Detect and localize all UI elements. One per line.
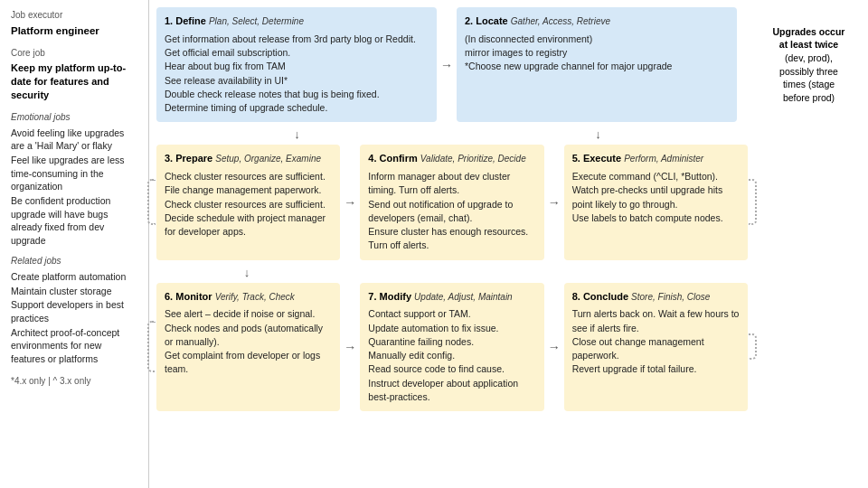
main-content: 1. Define Plan, Select, Determine Get in… xyxy=(149,0,868,488)
step-7-body: Contact support or TAM. Update automatio… xyxy=(368,307,535,404)
step-2-body: (In disconnected environment) mirror ima… xyxy=(465,33,729,74)
step-8-subtitle: Store, Finish, Close xyxy=(631,292,710,302)
job-executor-label: Job executor xyxy=(11,9,137,22)
step-6-num: 6. xyxy=(165,291,173,302)
related-item-4: Architect proof-of-concept environments … xyxy=(11,326,137,366)
spacer1 xyxy=(438,127,458,141)
step-3-subtitle: Setup, Organize, Examine xyxy=(215,154,321,164)
step-3-curve xyxy=(147,179,156,225)
step-6-body: See alert – decide if noise or signal. C… xyxy=(165,307,332,376)
step-8-num: 8. xyxy=(572,291,580,302)
step-7-verb: Modify xyxy=(380,291,411,302)
emotional-item-3: Be confident production upgrade will hav… xyxy=(11,194,137,248)
related-item-2: Maintain cluster storage xyxy=(11,285,137,298)
step-8-verb: Conclude xyxy=(583,291,628,302)
step-2-num: 2. xyxy=(465,15,473,26)
step-5-title: 5. Execute Perform, Administer xyxy=(572,152,740,166)
step-5-curve xyxy=(749,179,757,225)
step-1-card: 1. Define Plan, Select, Determine Get in… xyxy=(156,7,437,122)
footnote: *4.x only | ^ 3.x only xyxy=(11,375,137,388)
step-7-card: 7. Modify Update, Adjust, Maintain Conta… xyxy=(360,283,543,411)
step-1-subtitle: Plan, Select, Determine xyxy=(209,16,304,26)
step-6-card: 6. Monitor Verify, Track, Check See aler… xyxy=(156,283,340,411)
step-2-title: 2. Locate Gather, Access, Retrieve xyxy=(465,14,729,29)
emotional-item-1: Avoid feeling like upgrades are a 'Hail … xyxy=(11,127,137,153)
job-executor-name: Platform engineer xyxy=(11,23,137,38)
step-7-num: 7. xyxy=(368,291,376,302)
down-arrows-1: ↓ ↓ xyxy=(156,127,861,141)
spacer-note2 xyxy=(757,283,861,411)
row-1: 1. Define Plan, Select, Determine Get in… xyxy=(156,7,861,122)
step-3-title: 3. Prepare Setup, Organize, Examine xyxy=(165,152,332,166)
emotional-jobs-label: Emotional jobs xyxy=(11,111,137,124)
step-6-subtitle: Verify, Track, Check xyxy=(215,292,295,302)
step-8-body: Turn alerts back on. Wait a few hours to… xyxy=(572,307,740,376)
step-6-curve xyxy=(147,321,156,372)
step-8-dot xyxy=(749,333,757,360)
step-5-verb: Execute xyxy=(583,153,621,164)
spacer5 xyxy=(538,266,558,279)
related-jobs-label: Related jobs xyxy=(11,255,137,267)
step-4-num: 4. xyxy=(368,153,376,164)
core-job-title: Keep my platform up-to-date for features… xyxy=(11,61,137,102)
step-7-title: 7. Modify Update, Adjust, Maintain xyxy=(368,290,535,305)
step-2-card: 2. Locate Gather, Access, Retrieve (In d… xyxy=(457,7,737,122)
step-6-verb: Monitor xyxy=(175,291,212,302)
step-3-num: 3. xyxy=(165,153,173,164)
step-4-card: 4. Confirm Validate, Prioritize, Decide … xyxy=(360,145,543,259)
spacer-arrow-right xyxy=(737,7,757,122)
down-arrow-col2: ↓ xyxy=(458,127,739,141)
step-6-title: 6. Monitor Verify, Track, Check xyxy=(165,290,332,305)
related-item-3: Support developers in best practices xyxy=(11,298,137,324)
spacer6 xyxy=(558,266,739,279)
spacer-note xyxy=(757,145,861,259)
step-4-body: Inform manager about dev cluster timing.… xyxy=(368,170,535,252)
step-3-body: Check cluster resources are sufficient. … xyxy=(165,170,332,239)
steps-grid: 1. Define Plan, Select, Determine Get in… xyxy=(156,7,861,417)
step-3-card: 3. Prepare Setup, Organize, Examine Chec… xyxy=(156,145,340,259)
spacer3 xyxy=(337,266,357,279)
step-1-num: 1. xyxy=(165,15,173,26)
step-4-title: 4. Confirm Validate, Prioritize, Decide xyxy=(368,152,535,166)
step-7-subtitle: Update, Adjust, Maintain xyxy=(414,292,513,302)
spacer4 xyxy=(357,266,538,279)
step-5-num: 5. xyxy=(572,153,580,164)
spacer7 xyxy=(739,266,748,279)
upgrades-title: Upgrades occurat least twice xyxy=(773,26,845,51)
step-3-verb: Prepare xyxy=(175,153,212,164)
side-note: Upgrades occurat least twice (dev, prod)… xyxy=(773,25,845,105)
upgrades-detail: (dev, prod),possibly threetimes (stagebe… xyxy=(779,52,838,103)
step-5-card: 5. Execute Perform, Administer Execute c… xyxy=(564,145,748,259)
step-1-body: Get information about release from 3rd p… xyxy=(165,33,429,115)
arrow-6-7: → xyxy=(340,283,360,411)
row-2: 3. Prepare Setup, Organize, Examine Chec… xyxy=(156,145,861,259)
row-3: 6. Monitor Verify, Track, Check See aler… xyxy=(156,283,861,411)
down-arrow-col3: ↓ xyxy=(156,266,337,279)
sidebar: Job executor Platform engineer Core job … xyxy=(0,0,149,488)
step-4-verb: Confirm xyxy=(380,153,418,164)
related-item-1: Create platform automation xyxy=(11,270,137,284)
core-job-label: Core job xyxy=(11,47,137,60)
step-5-subtitle: Perform, Administer xyxy=(624,154,703,164)
step-1-verb: Define xyxy=(175,15,206,26)
emotional-item-2: Feel like upgrades are less time-consumi… xyxy=(11,154,137,193)
step-4-subtitle: Validate, Prioritize, Decide xyxy=(420,154,526,164)
step-5-body: Execute command (^CLI, *Button). Watch p… xyxy=(572,170,740,225)
arrow-4-5: → xyxy=(544,145,564,259)
arrow-1-2: → xyxy=(437,7,457,122)
arrow-7-8: → xyxy=(544,283,564,411)
step-2-verb: Locate xyxy=(476,15,507,26)
step-8-card: 8. Conclude Store, Finish, Close Turn al… xyxy=(564,283,748,411)
step-2-subtitle: Gather, Access, Retrieve xyxy=(511,16,610,26)
down-arrows-2: ↓ xyxy=(156,266,861,279)
side-note-container: Upgrades occurat least twice (dev, prod)… xyxy=(757,7,861,122)
down-arrow-col1: ↓ xyxy=(156,127,438,141)
step-8-title: 8. Conclude Store, Finish, Close xyxy=(572,290,740,305)
step-1-title: 1. Define Plan, Select, Determine xyxy=(165,14,429,29)
spacer2 xyxy=(739,127,748,141)
arrow-3-4: → xyxy=(340,145,360,259)
